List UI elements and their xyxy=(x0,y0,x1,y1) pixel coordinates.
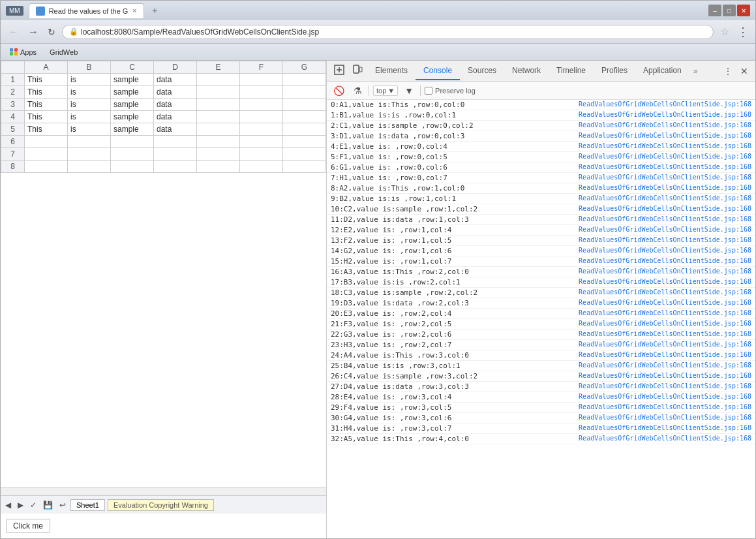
cell-r1-c6[interactable] xyxy=(283,86,326,99)
warning-tab[interactable]: Evaluation Copyright Warning xyxy=(108,499,214,511)
cell-r4-c0[interactable]: This xyxy=(25,123,68,136)
cell-r3-c2[interactable]: sample xyxy=(111,111,154,123)
more-tabs-btn[interactable]: » xyxy=(689,64,702,78)
cell-r6-c1[interactable] xyxy=(68,148,111,161)
cell-r3-c5[interactable] xyxy=(240,111,283,123)
cell-r5-c1[interactable] xyxy=(68,136,111,148)
bookmark-star-icon[interactable]: ☆ xyxy=(718,25,732,38)
cell-r0-c2[interactable]: sample xyxy=(111,74,154,86)
console-source[interactable]: ReadValuesOfGridWebCellsOnClientSide.jsp… xyxy=(579,341,751,349)
cell-r1-c0[interactable]: This xyxy=(25,86,68,99)
console-source[interactable]: ReadValuesOfGridWebCellsOnClientSide.jsp… xyxy=(579,414,751,422)
cell-r6-c3[interactable] xyxy=(154,148,197,161)
filter-btn[interactable]: ⚗ xyxy=(351,84,365,97)
cell-r7-c3[interactable] xyxy=(154,161,197,173)
cell-r2-c3[interactable]: data xyxy=(154,99,197,111)
cell-r3-c3[interactable]: data xyxy=(154,111,197,123)
cell-r6-c2[interactable] xyxy=(111,148,154,161)
cell-r0-c0[interactable]: This xyxy=(25,74,68,86)
cell-r2-c4[interactable] xyxy=(197,99,240,111)
console-source[interactable]: ReadValuesOfGridWebCellsOnClientSide.jsp… xyxy=(579,163,751,172)
console-source[interactable]: ReadValuesOfGridWebCellsOnClientSide.jsp… xyxy=(579,257,751,266)
tab-elements[interactable]: Elements xyxy=(367,62,416,80)
cell-r6-c0[interactable] xyxy=(25,148,68,161)
cell-r4-c3[interactable]: data xyxy=(154,123,197,136)
cell-r5-c5[interactable] xyxy=(240,136,283,148)
back-btn[interactable]: ← xyxy=(6,25,22,39)
cell-r7-c1[interactable] xyxy=(68,161,111,173)
refresh-btn[interactable]: ↻ xyxy=(45,25,58,38)
console-source[interactable]: ReadValuesOfGridWebCellsOnClientSide.jsp… xyxy=(579,382,751,391)
console-source[interactable]: ReadValuesOfGridWebCellsOnClientSide.jsp… xyxy=(579,351,751,360)
clear-console-btn[interactable]: 🚫 xyxy=(331,84,347,97)
gridweb-bookmark[interactable]: GridWeb xyxy=(46,47,82,57)
cell-r1-c2[interactable]: sample xyxy=(111,86,154,99)
filter-level-btn[interactable]: ▼ xyxy=(402,84,416,97)
sheet-save-btn[interactable]: 💾 xyxy=(41,500,55,510)
console-source[interactable]: ReadValuesOfGridWebCellsOnClientSide.jsp… xyxy=(579,247,751,255)
cell-r0-c4[interactable] xyxy=(197,74,240,86)
cell-r0-c3[interactable]: data xyxy=(154,74,197,86)
console-source[interactable]: ReadValuesOfGridWebCellsOnClientSide.jsp… xyxy=(579,299,751,307)
cell-r6-c4[interactable] xyxy=(197,148,240,161)
console-source[interactable]: ReadValuesOfGridWebCellsOnClientSide.jsp… xyxy=(579,309,751,318)
console-source[interactable]: ReadValuesOfGridWebCellsOnClientSide.jsp… xyxy=(579,424,751,433)
console-source[interactable]: ReadValuesOfGridWebCellsOnClientSide.jsp… xyxy=(579,142,751,151)
forward-btn[interactable]: → xyxy=(25,25,41,39)
cell-r4-c6[interactable] xyxy=(283,123,326,136)
cell-r4-c4[interactable] xyxy=(197,123,240,136)
console-source[interactable]: ReadValuesOfGridWebCellsOnClientSide.jsp… xyxy=(579,268,751,276)
close-btn[interactable]: ✕ xyxy=(737,5,750,16)
console-source[interactable]: ReadValuesOfGridWebCellsOnClientSide.jsp… xyxy=(579,215,751,224)
console-source[interactable]: ReadValuesOfGridWebCellsOnClientSide.jsp… xyxy=(579,226,751,234)
console-source[interactable]: ReadValuesOfGridWebCellsOnClientSide.jsp… xyxy=(579,435,751,443)
minimize-btn[interactable]: – xyxy=(708,5,721,16)
cell-r5-c2[interactable] xyxy=(111,136,154,148)
console-source[interactable]: ReadValuesOfGridWebCellsOnClientSide.jsp… xyxy=(579,194,751,203)
sheet-undo-btn[interactable]: ↩ xyxy=(57,500,68,510)
cell-r7-c2[interactable] xyxy=(111,161,154,173)
cell-r1-c4[interactable] xyxy=(197,86,240,99)
cell-r2-c2[interactable]: sample xyxy=(111,99,154,111)
console-source[interactable]: ReadValuesOfGridWebCellsOnClientSide.jsp… xyxy=(579,121,751,130)
cell-r5-c6[interactable] xyxy=(283,136,326,148)
dt-close-btn[interactable]: ✕ xyxy=(737,64,751,78)
tab-timeline[interactable]: Timeline xyxy=(549,62,594,80)
sheet-nav-prev-btn[interactable]: ◀ xyxy=(3,500,13,510)
apps-bookmark[interactable]: Apps xyxy=(6,47,40,57)
console-source[interactable]: ReadValuesOfGridWebCellsOnClientSide.jsp… xyxy=(579,236,751,245)
console-source[interactable]: ReadValuesOfGridWebCellsOnClientSide.jsp… xyxy=(579,132,751,140)
active-tab[interactable]: Read the values of the G ✕ xyxy=(29,3,145,18)
console-source[interactable]: ReadValuesOfGridWebCellsOnClientSide.jsp… xyxy=(579,205,751,213)
cell-r0-c5[interactable] xyxy=(240,74,283,86)
dt-settings-btn[interactable]: ⋮ xyxy=(720,64,736,78)
console-source[interactable]: ReadValuesOfGridWebCellsOnClientSide.jsp… xyxy=(579,330,751,339)
console-source[interactable]: ReadValuesOfGridWebCellsOnClientSide.jsp… xyxy=(579,393,751,401)
cell-r1-c1[interactable]: is xyxy=(68,86,111,99)
sheet-nav-next-btn[interactable]: ▶ xyxy=(16,500,25,510)
cell-r4-c1[interactable]: is xyxy=(68,123,111,136)
cell-r3-c4[interactable] xyxy=(197,111,240,123)
tab-close-btn[interactable]: ✕ xyxy=(132,7,137,14)
cell-r6-c5[interactable] xyxy=(240,148,283,161)
console-source[interactable]: ReadValuesOfGridWebCellsOnClientSide.jsp… xyxy=(579,111,751,119)
console-source[interactable]: ReadValuesOfGridWebCellsOnClientSide.jsp… xyxy=(579,153,751,161)
execution-context-select[interactable]: top ▼ xyxy=(373,85,398,96)
tab-sources[interactable]: Sources xyxy=(460,62,504,80)
console-source[interactable]: ReadValuesOfGridWebCellsOnClientSide.jsp… xyxy=(579,288,751,297)
console-source[interactable]: ReadValuesOfGridWebCellsOnClientSide.jsp… xyxy=(579,362,751,370)
sheet-check-btn[interactable]: ✓ xyxy=(28,500,38,510)
horizontal-scrollbar[interactable] xyxy=(1,487,326,495)
cell-r7-c0[interactable] xyxy=(25,161,68,173)
device-toolbar-btn[interactable] xyxy=(349,63,366,79)
console-source[interactable]: ReadValuesOfGridWebCellsOnClientSide.jsp… xyxy=(579,100,751,109)
cell-r5-c3[interactable] xyxy=(154,136,197,148)
console-source[interactable]: ReadValuesOfGridWebCellsOnClientSide.jsp… xyxy=(579,174,751,182)
cell-r0-c1[interactable]: is xyxy=(68,74,111,86)
cell-r4-c2[interactable]: sample xyxy=(111,123,154,136)
console-source[interactable]: ReadValuesOfGridWebCellsOnClientSide.jsp… xyxy=(579,403,751,412)
cell-r0-c6[interactable] xyxy=(283,74,326,86)
cell-r6-c6[interactable] xyxy=(283,148,326,161)
inspect-element-btn[interactable] xyxy=(331,63,348,79)
cell-r5-c0[interactable] xyxy=(25,136,68,148)
